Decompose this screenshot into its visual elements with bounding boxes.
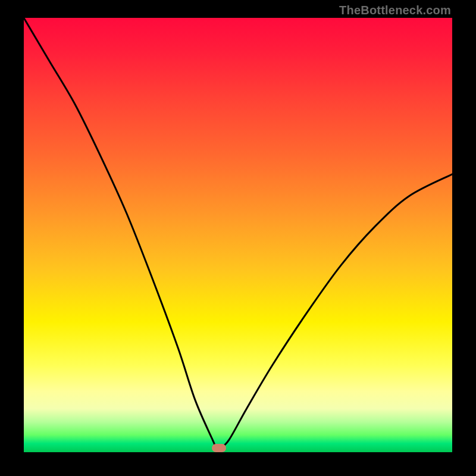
bottleneck-curve	[24, 18, 452, 452]
optimal-marker	[212, 444, 226, 452]
chart-frame: TheBottleneck.com	[0, 0, 476, 476]
watermark-text: TheBottleneck.com	[339, 4, 451, 17]
curve-path	[24, 18, 452, 449]
plot-area	[24, 18, 452, 452]
